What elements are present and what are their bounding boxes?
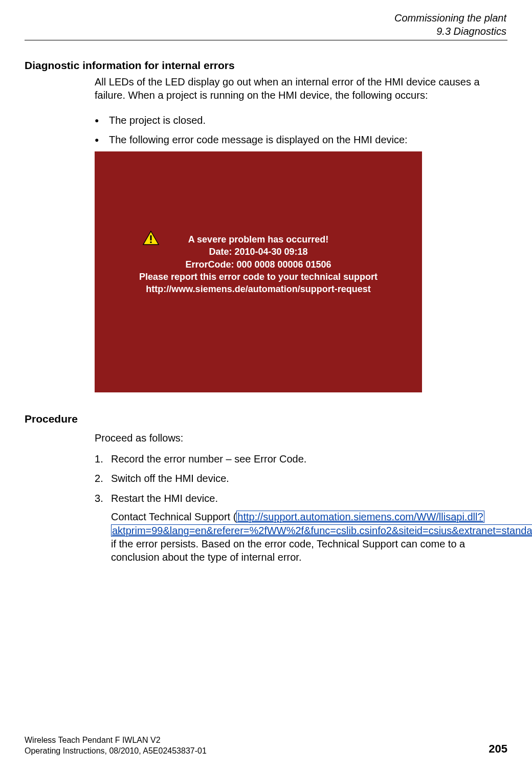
error-line: Please report this error code to your te… <box>95 271 422 283</box>
diagnostic-bullets: The project is closed. The following err… <box>95 107 506 147</box>
error-line: A severe problem has occurred! <box>95 233 422 246</box>
heading-diagnostic-info: Diagnostic information for internal erro… <box>25 59 235 72</box>
error-line: http://www.siemens.de/automation/support… <box>95 283 422 295</box>
page-footer: Wireless Teach Pendant F IWLAN V2 Operat… <box>25 735 507 757</box>
hmi-error-screenshot: A severe problem has occurred! Date: 201… <box>95 151 422 392</box>
list-item: Restart the HMI device. Contact Technica… <box>95 492 506 564</box>
error-line: Date: 2010-04-30 09:18 <box>95 246 422 258</box>
procedure-steps: Record the error number – see Error Code… <box>95 446 506 564</box>
chapter-title: Commissioning the plant <box>394 11 506 25</box>
header-rule <box>25 40 507 40</box>
footer-docinfo: Operating Instructions, 08/2010, A5E0245… <box>25 746 207 757</box>
running-header: Commissioning the plant 9.3 Diagnostics <box>394 11 506 38</box>
heading-procedure: Procedure <box>25 413 78 425</box>
list-item: The following error code message is disp… <box>95 133 506 146</box>
error-line: ErrorCode: 000 0008 00006 01506 <box>95 258 422 271</box>
document-page: Commissioning the plant 9.3 Diagnostics … <box>0 0 532 772</box>
footer-left: Wireless Teach Pendant F IWLAN V2 Operat… <box>25 735 207 757</box>
list-item: The project is closed. <box>95 114 506 127</box>
page-number: 205 <box>489 742 507 757</box>
contact-support-block: Contact Technical Support (http://suppor… <box>111 510 506 564</box>
footer-product: Wireless Teach Pendant F IWLAN V2 <box>25 735 207 746</box>
step-text: Record the error number – see Error Code… <box>111 453 306 465</box>
step-text: Switch off the HMI device. <box>111 473 229 484</box>
step-text: Restart the HMI device. <box>111 493 218 504</box>
list-item: Record the error number – see Error Code… <box>95 452 506 466</box>
section-title: 9.3 Diagnostics <box>394 25 506 38</box>
bullet-text: The following error code message is disp… <box>109 134 408 145</box>
error-message-block: A severe problem has occurred! Date: 201… <box>95 233 422 295</box>
list-item: Switch off the HMI device. <box>95 472 506 485</box>
contact-prefix: Contact Technical Support ( <box>111 511 236 522</box>
diagnostic-intro: All LEDs of the LED display go out when … <box>95 75 506 102</box>
procedure-intro: Proceed as follows: <box>95 431 506 445</box>
bullet-text: The project is closed. <box>109 115 206 126</box>
